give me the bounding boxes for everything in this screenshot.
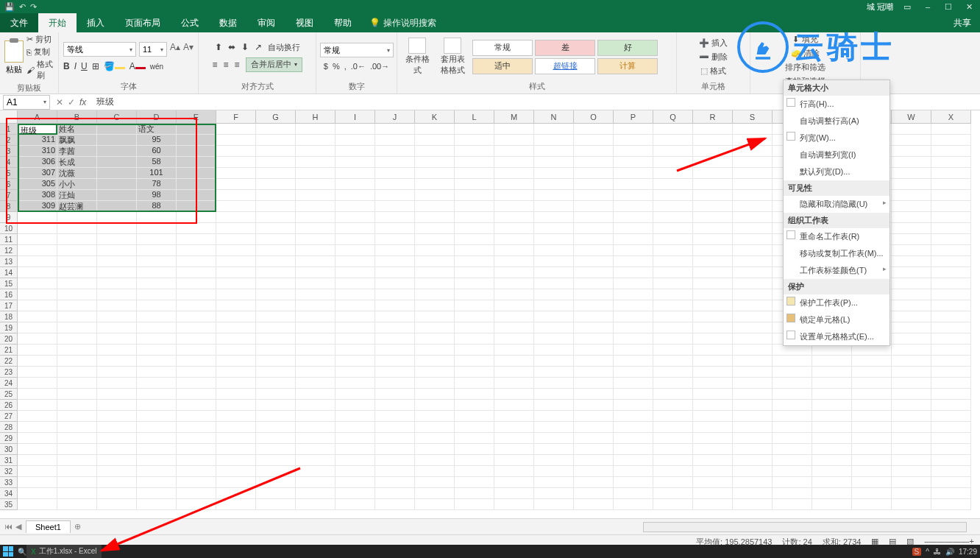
cell[interactable] bbox=[494, 389, 534, 400]
cell[interactable] bbox=[455, 267, 494, 278]
cell[interactable] bbox=[137, 278, 177, 289]
cell[interactable] bbox=[455, 190, 494, 201]
cell[interactable]: 101 bbox=[137, 168, 177, 179]
cell[interactable] bbox=[733, 322, 773, 333]
cell[interactable] bbox=[693, 455, 733, 466]
taskbar-excel-app[interactable]: X 工作1.xlsx - Excel bbox=[26, 545, 102, 558]
cell[interactable] bbox=[892, 333, 931, 345]
cell[interactable] bbox=[18, 488, 57, 499]
cell[interactable] bbox=[534, 135, 574, 146]
font-color-button[interactable]: A bbox=[129, 61, 146, 71]
cell[interactable] bbox=[375, 201, 415, 212]
cell[interactable] bbox=[614, 190, 653, 201]
cell[interactable] bbox=[97, 168, 137, 179]
cell[interactable] bbox=[574, 389, 614, 400]
cell[interactable] bbox=[892, 234, 931, 245]
cell[interactable] bbox=[256, 179, 296, 190]
cell[interactable] bbox=[852, 400, 892, 411]
cell[interactable] bbox=[335, 367, 375, 378]
cell[interactable] bbox=[415, 190, 455, 201]
cell[interactable] bbox=[335, 146, 375, 157]
column-header[interactable]: G bbox=[256, 110, 296, 124]
cell[interactable] bbox=[574, 267, 614, 278]
cell[interactable] bbox=[614, 146, 653, 157]
cell[interactable] bbox=[852, 389, 892, 400]
cell[interactable] bbox=[733, 278, 773, 289]
cell[interactable]: 汪灿 bbox=[57, 190, 97, 201]
tab-formulas[interactable]: 公式 bbox=[171, 13, 209, 32]
search-icon[interactable]: 🔍 bbox=[18, 548, 26, 556]
cell[interactable] bbox=[57, 389, 97, 400]
cell[interactable] bbox=[653, 345, 693, 356]
cell[interactable]: 60 bbox=[137, 146, 177, 157]
tab-review[interactable]: 审阅 bbox=[247, 13, 285, 32]
cell[interactable] bbox=[892, 433, 931, 444]
cell[interactable] bbox=[296, 422, 335, 433]
cell[interactable] bbox=[574, 422, 614, 433]
tab-help[interactable]: 帮助 bbox=[324, 13, 362, 32]
cell[interactable] bbox=[256, 135, 296, 146]
cell[interactable] bbox=[614, 367, 653, 378]
cell[interactable] bbox=[494, 499, 534, 510]
cell[interactable] bbox=[773, 488, 812, 499]
cell[interactable] bbox=[256, 400, 296, 411]
cell[interactable] bbox=[415, 411, 455, 422]
cell[interactable] bbox=[216, 411, 256, 422]
cell[interactable] bbox=[18, 422, 57, 433]
cell[interactable] bbox=[852, 444, 892, 455]
cell[interactable] bbox=[375, 278, 415, 289]
cell[interactable] bbox=[137, 212, 177, 223]
cell[interactable] bbox=[733, 356, 773, 367]
percent-icon[interactable]: % bbox=[333, 62, 340, 71]
cell[interactable] bbox=[931, 146, 971, 157]
cell[interactable] bbox=[494, 289, 534, 300]
cell[interactable] bbox=[137, 300, 177, 311]
cell[interactable] bbox=[733, 311, 773, 322]
cell[interactable] bbox=[137, 411, 177, 422]
cell[interactable] bbox=[812, 378, 852, 389]
cell[interactable] bbox=[375, 466, 415, 477]
cell[interactable] bbox=[256, 322, 296, 333]
cell[interactable] bbox=[18, 345, 57, 356]
cell[interactable] bbox=[415, 311, 455, 322]
cell[interactable] bbox=[137, 477, 177, 488]
cell[interactable] bbox=[931, 256, 971, 267]
cell[interactable] bbox=[415, 201, 455, 212]
cell[interactable] bbox=[614, 223, 653, 234]
cell[interactable] bbox=[653, 135, 693, 146]
cell[interactable] bbox=[177, 356, 216, 367]
cell[interactable] bbox=[574, 212, 614, 223]
cell[interactable] bbox=[256, 289, 296, 300]
cell[interactable] bbox=[614, 411, 653, 422]
cell[interactable] bbox=[335, 477, 375, 488]
cell[interactable] bbox=[931, 433, 971, 444]
cell[interactable] bbox=[693, 267, 733, 278]
cell[interactable] bbox=[256, 356, 296, 367]
cell[interactable] bbox=[216, 322, 256, 333]
align-bottom-icon[interactable]: ⬇ bbox=[241, 42, 249, 52]
cell[interactable] bbox=[733, 466, 773, 477]
row-header[interactable]: 31 bbox=[0, 455, 18, 466]
row-header[interactable]: 27 bbox=[0, 411, 18, 422]
cell[interactable] bbox=[177, 146, 216, 157]
cell[interactable] bbox=[415, 333, 455, 345]
cell[interactable] bbox=[335, 356, 375, 367]
cell[interactable] bbox=[256, 433, 296, 444]
cell[interactable] bbox=[455, 400, 494, 411]
cell[interactable] bbox=[216, 278, 256, 289]
cell[interactable] bbox=[812, 389, 852, 400]
style-good[interactable]: 好 bbox=[597, 40, 658, 56]
column-header[interactable]: H bbox=[296, 110, 335, 124]
cell[interactable] bbox=[892, 345, 931, 356]
cell[interactable] bbox=[733, 212, 773, 223]
cell[interactable] bbox=[375, 223, 415, 234]
row-header[interactable]: 23 bbox=[0, 367, 18, 378]
cell[interactable] bbox=[494, 168, 534, 179]
cell[interactable] bbox=[296, 378, 335, 389]
cell[interactable] bbox=[18, 389, 57, 400]
cell[interactable] bbox=[97, 289, 137, 300]
cell[interactable] bbox=[296, 201, 335, 212]
cell[interactable] bbox=[335, 300, 375, 311]
cell[interactable] bbox=[494, 455, 534, 466]
cell[interactable] bbox=[177, 168, 216, 179]
